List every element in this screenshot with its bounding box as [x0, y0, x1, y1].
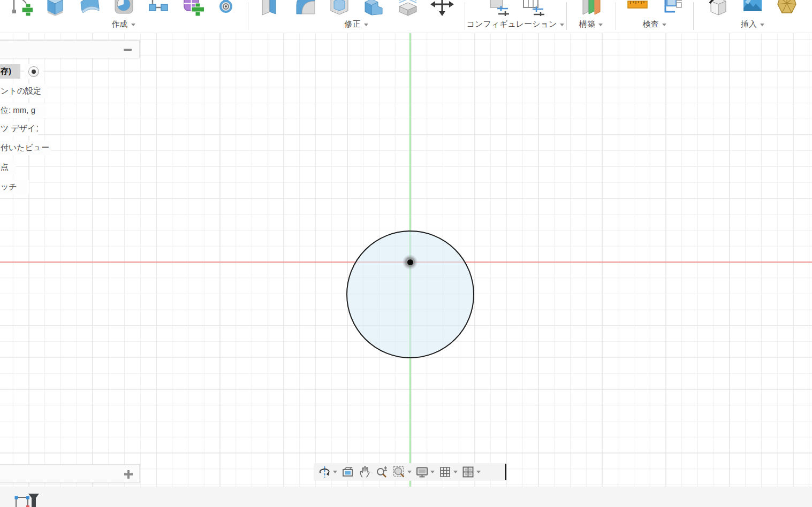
press-pull-button[interactable]	[254, 0, 288, 16]
construction-plane-button[interactable]	[574, 0, 608, 16]
fillet-icon	[293, 0, 317, 16]
toolbar-label-inspect[interactable]: 検査	[616, 19, 693, 29]
shell-button[interactable]	[322, 0, 356, 16]
fillet-button[interactable]	[288, 0, 322, 16]
pan-icon	[359, 466, 371, 478]
browser-row-document-settings[interactable]: ントの設定	[0, 84, 48, 98]
orbit-icon	[318, 466, 331, 478]
display-settings-icon	[416, 466, 428, 478]
radio-button-icon[interactable]	[28, 66, 39, 77]
browser-row-document[interactable]: 存)	[0, 64, 43, 79]
toolbar-label-create[interactable]: 作成	[0, 19, 247, 29]
display-settings-dropdown-caret[interactable]	[430, 471, 435, 473]
toolbar-label-construct[interactable]: 構築	[566, 19, 616, 29]
toolbar-group-inspect: 検査	[616, 0, 693, 33]
chevron-down-icon	[131, 24, 135, 26]
toolbar-label-modify[interactable]: 修正	[248, 19, 465, 29]
fusion360-window: 作成 修正 コンフィギュレーション	[0, 0, 812, 507]
grid-settings-dropdown-caret[interactable]	[453, 471, 458, 473]
orbit-dropdown-caret[interactable]	[333, 471, 337, 473]
fit-dropdown-caret[interactable]	[407, 471, 412, 473]
insert-canvas-icon	[741, 0, 764, 16]
browser-row-sketches[interactable]: ッチ	[0, 180, 29, 194]
toolbar-group-configuration: コンフィギュレーション	[465, 0, 566, 33]
pan-button[interactable]	[358, 465, 371, 479]
component-activate-chip	[24, 64, 43, 79]
hole-icon	[215, 0, 238, 16]
viewports-button[interactable]	[461, 465, 475, 479]
browser-panel-header[interactable]	[0, 40, 140, 58]
form-icon	[78, 0, 101, 16]
press-pull-icon	[259, 0, 283, 16]
fit-button[interactable]	[392, 465, 406, 479]
sketch-circle[interactable]	[346, 231, 474, 358]
derive-button[interactable]	[701, 0, 735, 16]
create-sketch-icon	[9, 0, 33, 16]
timeline-marker[interactable]	[28, 494, 39, 507]
origin-point-halo	[403, 255, 418, 270]
browser-row-origin[interactable]: 点	[0, 160, 16, 174]
insert-mesh-icon	[775, 0, 799, 16]
measure-button[interactable]	[620, 0, 655, 16]
grid-settings-button[interactable]	[438, 465, 452, 479]
look-at-button[interactable]	[340, 465, 354, 479]
primitive-box-icon	[43, 0, 67, 16]
browser-row-units[interactable]: 位: mm, g	[0, 103, 46, 118]
combine-button[interactable]	[356, 0, 391, 16]
create-sketch-button[interactable]	[4, 0, 38, 16]
construction-plane-icon	[579, 0, 603, 16]
hole-button[interactable]	[209, 0, 244, 16]
display-settings-button[interactable]	[415, 465, 429, 479]
insert-canvas-button[interactable]	[735, 0, 770, 16]
browser-row-named-views[interactable]: 付いたビュー	[0, 141, 51, 155]
viewport-canvas[interactable]	[0, 33, 812, 487]
joint-icon	[146, 0, 170, 16]
derive-icon	[707, 0, 730, 16]
joint-button[interactable]	[141, 0, 175, 16]
chevron-down-icon	[560, 24, 564, 26]
fit-icon	[393, 466, 405, 478]
plus-icon[interactable]	[124, 470, 133, 479]
revolve-button[interactable]	[107, 0, 141, 16]
timeline-sketch-feature[interactable]	[15, 496, 30, 507]
revolve-icon	[112, 0, 135, 16]
section-analysis-icon	[660, 0, 684, 16]
browser-row-design[interactable]: ツ デザイン	[0, 121, 38, 136]
configure-button[interactable]	[481, 0, 515, 16]
move-icon	[430, 0, 454, 16]
orbit-button[interactable]	[317, 465, 331, 479]
configuration-table-icon	[521, 0, 544, 16]
chevron-down-icon	[760, 24, 764, 26]
chevron-down-icon	[598, 24, 603, 26]
pattern-button[interactable]	[175, 0, 209, 16]
viewports-icon	[462, 466, 474, 478]
document-name-label: 存)	[0, 64, 20, 79]
offset-face-button[interactable]	[391, 0, 425, 16]
zoom-button[interactable]	[375, 465, 389, 479]
origin-point[interactable]	[407, 259, 413, 265]
minimize-icon[interactable]	[124, 49, 132, 51]
toolbar-group-modify: 修正	[248, 0, 465, 33]
offset-face-icon	[396, 0, 420, 16]
text-caret	[505, 464, 506, 480]
chevron-down-icon	[364, 24, 368, 26]
toolbar-label-insert[interactable]: 挿入	[693, 19, 812, 29]
zoom-icon	[376, 466, 388, 478]
shell-icon	[328, 0, 351, 16]
move-button[interactable]	[425, 0, 459, 16]
toolbar-label-configuration[interactable]: コンフィギュレーション	[465, 19, 566, 29]
navigation-bar	[314, 463, 506, 481]
viewports-dropdown-caret[interactable]	[476, 471, 481, 473]
section-analysis-button[interactable]	[655, 0, 689, 16]
toolbar-group-insert: 挿入	[693, 0, 812, 33]
form-button[interactable]	[72, 0, 107, 16]
comments-panel-collapsed[interactable]	[0, 464, 140, 483]
toolbar-group-construct: 構築	[566, 0, 616, 33]
combine-icon	[362, 0, 385, 16]
configuration-table-button[interactable]	[515, 0, 550, 16]
insert-mesh-button[interactable]	[770, 0, 804, 16]
main-toolbar: 作成 修正 コンフィギュレーション	[0, 0, 812, 33]
primitive-box-button[interactable]	[38, 0, 72, 16]
pattern-icon	[180, 0, 204, 16]
toolbar-group-create: 作成	[0, 0, 247, 33]
